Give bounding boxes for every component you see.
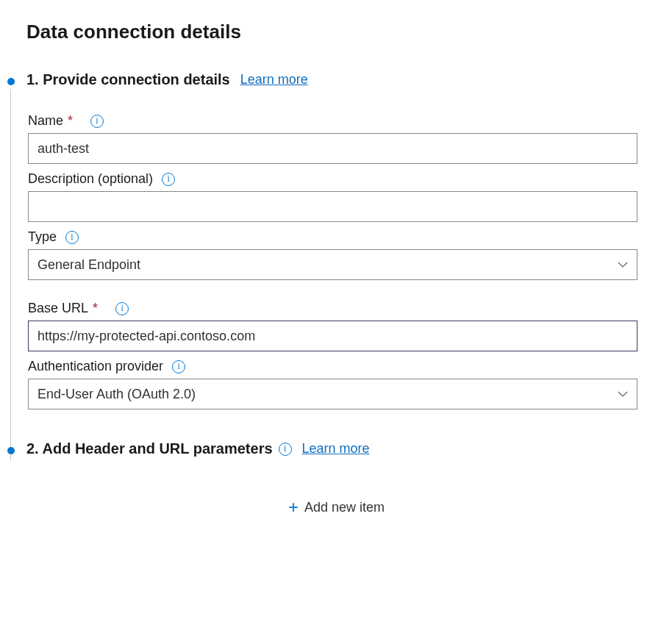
chevron-down-icon (618, 389, 628, 399)
info-icon[interactable]: i (65, 231, 79, 244)
field-description: Description (optional) i (28, 171, 637, 222)
field-base-url: Base URL * i (28, 301, 637, 351)
info-icon[interactable]: i (115, 302, 129, 315)
type-label: Type (28, 229, 57, 245)
info-icon[interactable]: i (279, 443, 292, 456)
base-url-label: Base URL (28, 301, 88, 316)
learn-more-link-step2[interactable]: Learn more (302, 441, 370, 457)
add-new-item-button[interactable]: + Add new item (26, 498, 646, 516)
auth-provider-select-value: End-User Auth (OAuth 2.0) (37, 387, 196, 402)
info-icon[interactable]: i (172, 360, 185, 373)
step-add-header-url-params: 2. Add Header and URL parameters i Learn… (10, 440, 646, 516)
chevron-down-icon (618, 260, 628, 270)
step1-title: 1. Provide connection details (26, 71, 230, 88)
field-type: Type i General Endpoint (28, 229, 637, 280)
name-required-asterisk: * (68, 113, 73, 129)
info-icon[interactable]: i (90, 115, 104, 128)
type-select[interactable]: General Endpoint (28, 249, 637, 280)
type-select-value: General Endpoint (37, 257, 140, 273)
step-provide-connection-details: 1. Provide connection details Learn more… (10, 71, 646, 440)
field-auth-provider: Authentication provider i End-User Auth … (28, 359, 637, 409)
description-input[interactable] (28, 191, 637, 222)
auth-provider-label: Authentication provider (28, 359, 163, 374)
auth-provider-select[interactable]: End-User Auth (OAuth 2.0) (28, 379, 637, 409)
learn-more-link-step1[interactable]: Learn more (240, 72, 308, 87)
step2-title: 2. Add Header and URL parameters (26, 440, 273, 457)
field-name: Name * i (28, 113, 637, 164)
base-url-required-asterisk: * (93, 301, 98, 316)
add-new-item-label: Add new item (304, 500, 385, 515)
plus-icon: + (288, 498, 299, 516)
base-url-input[interactable] (28, 321, 637, 351)
page-title: Data connection details (26, 21, 646, 43)
name-input[interactable] (28, 133, 637, 164)
name-label: Name (28, 113, 63, 129)
description-label: Description (optional) (28, 171, 153, 187)
info-icon[interactable]: i (162, 173, 175, 186)
